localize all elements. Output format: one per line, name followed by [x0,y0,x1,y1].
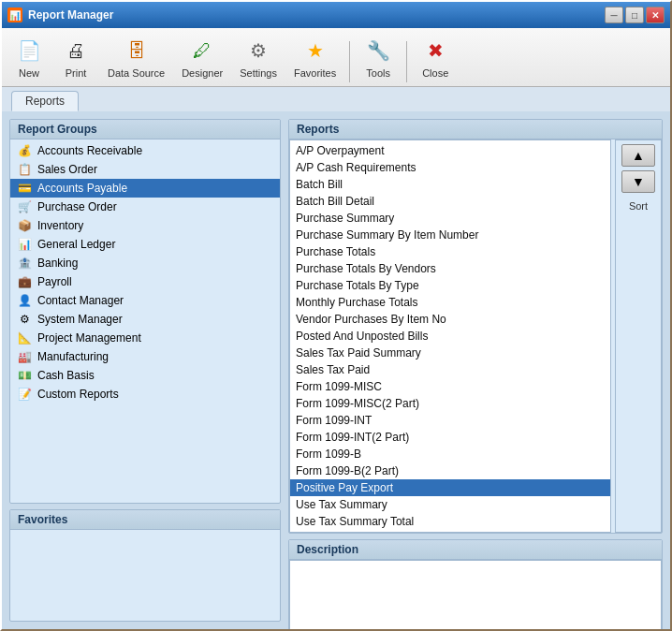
cm-label: Contact Manager [37,294,124,307]
report-item-stp[interactable]: Sales Tax Paid [290,361,610,378]
settings-button[interactable]: ⚙ Settings [233,32,284,82]
group-item-pm[interactable]: 📐 Project Management [10,329,280,347]
sort-down-button[interactable]: ▼ [621,170,655,193]
bank-icon: 🏦 [16,256,33,271]
report-item-pt[interactable]: Purchase Totals [290,243,610,260]
app-icon: 📊 [7,7,22,22]
report-item-f1099i2[interactable]: Form 1099-INT(2 Part) [290,429,610,446]
toolbar: 📄 New 🖨 Print 🗄 Data Source 🖊 Designer ⚙… [2,28,670,87]
report-item-bb[interactable]: Batch Bill [290,176,610,193]
group-item-ar[interactable]: 💰 Accounts Receivable [10,141,280,160]
report-item-vpbi[interactable]: Vendor Purchases By Item No [290,311,610,328]
favorites-panel: Favorites [9,509,281,622]
group-item-mfg[interactable]: 🏭 Manufacturing [10,347,280,366]
sm-icon: ⚙ [16,312,33,327]
left-panel: Report Groups 💰 Accounts Receivable 📋 Sa… [9,119,281,622]
new-button[interactable]: 📄 New [7,32,51,82]
favorites-button[interactable]: ★ Favorites [287,32,343,82]
close-button[interactable]: ✕ [646,7,665,23]
pm-icon: 📐 [16,330,33,345]
new-icon: 📄 [14,36,44,66]
mfg-label: Manufacturing [37,350,109,363]
group-item-gl[interactable]: 📊 General Ledger [10,235,280,254]
report-item-psbi[interactable]: Purchase Summary By Item Number [290,227,610,243]
po-icon: 🛒 [16,199,33,214]
report-item-ppe[interactable]: Positive Pay Export [290,479,610,496]
report-item-apo[interactable]: A/P Overpayment [290,142,610,159]
settings-label: Settings [240,67,277,79]
inv-icon: 📦 [16,218,33,233]
report-item-apcr[interactable]: A/P Cash Requirements [290,159,610,176]
pay-label: Payroll [37,275,72,288]
report-item-f1099i[interactable]: Form 1099-INT [290,412,610,429]
report-item-mpt[interactable]: Monthly Purchase Totals [290,294,610,311]
tab-reports[interactable]: Reports [11,91,79,111]
group-item-ap[interactable]: 💳 Accounts Payable [10,179,280,198]
group-item-sm[interactable]: ⚙ System Manager [10,310,280,329]
report-item-paub[interactable]: Posted And Unposted Bills [290,328,610,345]
report-groups-panel: Report Groups 💰 Accounts Receivable 📋 Sa… [9,119,281,504]
designer-label: Designer [182,67,223,79]
main-window: 📊 Report Manager ─ □ ✕ 📄 New 🖨 Print 🗄 D… [0,0,672,631]
group-item-so[interactable]: 📋 Sales Order [10,160,280,179]
print-icon: 🖨 [61,36,91,66]
datasource-label: Data Source [108,67,165,79]
report-item-f1099b[interactable]: Form 1099-B [290,446,610,462]
window-title: Report Manager [28,8,605,22]
group-item-po[interactable]: 🛒 Purchase Order [10,198,280,216]
close-toolbar-button[interactable]: ✖ Close [414,32,457,82]
inv-label: Inventory [37,219,83,232]
report-item-ptbt[interactable]: Purchase Totals By Type [290,277,610,294]
gl-label: General Ledger [37,238,115,251]
report-item-ps[interactable]: Purchase Summary [290,210,610,227]
main-content: Report Groups 💰 Accounts Receivable 📋 Sa… [2,111,670,629]
group-item-cr[interactable]: 📝 Custom Reports [10,385,280,404]
report-item-f1099b2[interactable]: Form 1099-B(2 Part) [290,462,610,479]
designer-button[interactable]: 🖊 Designer [175,32,229,82]
print-button[interactable]: 🖨 Print [54,32,97,82]
sort-up-button[interactable]: ▲ [621,144,655,167]
group-item-cb[interactable]: 💵 Cash Basis [10,366,280,385]
toolbar-separator-2 [406,41,407,82]
tools-icon: 🔧 [363,36,393,66]
mfg-icon: 🏭 [16,349,33,364]
group-item-pay[interactable]: 💼 Payroll [10,272,280,291]
report-item-ptbv[interactable]: Purchase Totals By Vendors [290,260,610,277]
minimize-button[interactable]: ─ [605,7,623,23]
favorites-list[interactable] [10,530,280,621]
favorites-icon: ★ [300,36,330,66]
po-label: Purchase Order [37,200,117,213]
titlebar: 📊 Report Manager ─ □ ✕ [2,2,670,28]
report-item-stps[interactable]: Sales Tax Paid Summary [290,345,610,361]
group-item-inv[interactable]: 📦 Inventory [10,216,280,235]
report-item-f1099m2[interactable]: Form 1099-MISC(2 Part) [290,395,610,412]
cm-icon: 👤 [16,293,33,308]
window-controls: ─ □ ✕ [605,7,665,23]
print-label: Print [66,67,87,79]
report-groups-header: Report Groups [10,120,280,139]
pm-label: Project Management [37,331,141,345]
tools-button[interactable]: 🔧 Tools [357,32,400,82]
favorites-label: Favorites [294,67,336,79]
ar-label: Accounts Receivable [37,144,142,157]
report-item-f1099m[interactable]: Form 1099-MISC [290,378,610,395]
description-header: Description [289,540,662,560]
close-toolbar-label: Close [422,67,448,79]
report-item-uts[interactable]: Use Tax Summary [290,496,610,513]
cr-icon: 📝 [16,387,33,402]
reports-list[interactable]: A/P Overpayment A/P Cash Requirements Ba… [289,139,611,533]
cr-label: Custom Reports [37,388,119,401]
report-groups-list[interactable]: 💰 Accounts Receivable 📋 Sales Order 💳 Ac… [10,139,280,503]
report-item-utst[interactable]: Use Tax Summary Total [290,513,610,530]
group-item-cm[interactable]: 👤 Contact Manager [10,291,280,310]
report-item-bbd[interactable]: Batch Bill Detail [290,193,610,210]
gl-icon: 📊 [16,237,33,252]
new-label: New [19,67,39,79]
favorites-header: Favorites [10,510,280,530]
group-item-bank[interactable]: 🏦 Banking [10,254,280,272]
datasource-icon: 🗄 [122,36,152,66]
datasource-button[interactable]: 🗄 Data Source [101,32,171,82]
description-content [289,560,662,629]
maximize-button[interactable]: □ [625,7,644,23]
tools-label: Tools [366,67,390,79]
